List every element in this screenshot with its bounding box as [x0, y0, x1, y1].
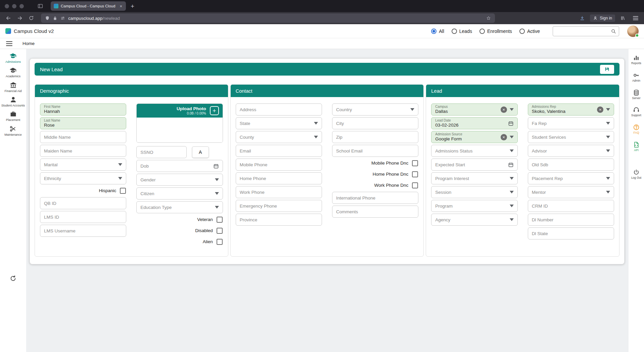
save-button[interactable] — [600, 65, 614, 74]
select-fa-rep[interactable]: Fa Rep — [528, 117, 614, 129]
url-bar[interactable]: campuscloud.app/newlead — [41, 13, 495, 23]
rail-item-faq[interactable]: FAQ — [633, 124, 640, 135]
add-photo-button[interactable]: + — [210, 106, 219, 115]
select-placement-rep[interactable]: Placement Rep — [528, 172, 614, 184]
select-agency[interactable]: Agency — [431, 214, 517, 226]
input-middle-name[interactable] — [44, 135, 122, 140]
input-city[interactable] — [336, 121, 414, 126]
window-close-button[interactable] — [5, 4, 9, 8]
search-input[interactable] — [556, 29, 609, 34]
input-lms-id[interactable] — [44, 215, 122, 220]
forward-button[interactable] — [15, 13, 25, 23]
clear-icon[interactable]: × — [501, 134, 507, 140]
back-button[interactable] — [3, 13, 13, 23]
select-country[interactable]: Country — [332, 103, 418, 116]
date-field-expected-start[interactable]: Expected Start — [431, 159, 517, 171]
input-qb-id[interactable] — [44, 201, 122, 206]
field-first-name[interactable]: First NameHannah — [40, 103, 126, 116]
select-ethnicity[interactable]: Ethnicity — [40, 172, 126, 184]
new-tab-button[interactable]: + — [131, 3, 134, 9]
input-crm-id[interactable] — [532, 204, 610, 209]
reload-button[interactable] — [26, 13, 36, 23]
input-maiden-name[interactable] — [44, 148, 122, 153]
field-last-name[interactable]: Last NameRose — [40, 117, 126, 129]
input-lms-username[interactable] — [44, 228, 122, 233]
checkbox-mobile-phone-dnc[interactable] — [412, 160, 418, 166]
select-advisor[interactable]: Advisor — [528, 145, 614, 157]
select-student-services[interactable]: Student Services — [528, 131, 614, 143]
field-admissions-rep[interactable]: Admissions RepSkoko, Valentina× — [528, 103, 614, 116]
clear-icon[interactable]: × — [501, 106, 507, 113]
search-box[interactable] — [553, 26, 619, 36]
shield-icon[interactable] — [45, 16, 50, 20]
select-county[interactable]: County — [236, 131, 322, 143]
permissions-icon[interactable] — [60, 16, 65, 20]
input-province[interactable] — [240, 217, 318, 222]
clear-icon[interactable]: × — [597, 106, 603, 113]
lock-icon[interactable] — [53, 16, 57, 20]
input-comments[interactable] — [336, 209, 414, 214]
rail-item-reports[interactable]: Reports — [631, 54, 641, 65]
sign-in-button[interactable]: Sign in — [590, 14, 615, 22]
sidebar-item-academics[interactable]: Academics — [6, 67, 20, 78]
select-state[interactable]: State — [236, 117, 322, 129]
filter-radio-active[interactable]: Active — [519, 29, 540, 34]
menu-icon[interactable] — [6, 41, 12, 46]
sidebar-item-placement[interactable]: Placement — [6, 111, 20, 122]
rail-item-server[interactable]: Server — [632, 89, 640, 100]
downloads-icon[interactable] — [577, 13, 587, 23]
input-email[interactable] — [240, 148, 318, 153]
nav-home[interactable]: Home — [22, 41, 35, 46]
rail-item-admin[interactable]: Admin — [632, 72, 640, 83]
filter-radio-enrollments[interactable]: Enrollments — [479, 29, 512, 34]
input-dl-number[interactable] — [532, 217, 610, 222]
search-icon[interactable] — [611, 29, 616, 34]
input-ssno[interactable] — [140, 150, 182, 155]
checkbox-home-phone-dnc[interactable] — [412, 171, 418, 177]
input-home-phone[interactable] — [240, 176, 318, 181]
checkbox-hispanic[interactable] — [120, 188, 126, 194]
rail-item-api[interactable]: API — [633, 141, 640, 152]
sidebar-item-maintenance[interactable]: Maintenance — [4, 125, 22, 136]
checkbox-veteran[interactable] — [217, 217, 223, 223]
input-old-sdb[interactable] — [532, 162, 610, 167]
select-program-interest[interactable]: Program Interest — [431, 172, 517, 184]
library-icon[interactable] — [618, 13, 628, 23]
checkbox-alien[interactable] — [217, 239, 223, 245]
field-campus[interactable]: CampusDallas× — [431, 103, 517, 116]
input-emergency-phone[interactable] — [240, 204, 318, 209]
ssno-a-button[interactable]: A — [192, 146, 209, 158]
user-avatar[interactable] — [627, 26, 639, 37]
browser-menu-icon[interactable] — [631, 13, 641, 23]
input-mobile-phone[interactable] — [240, 162, 318, 167]
select-mentor[interactable]: Mentor — [528, 186, 614, 198]
input-work-phone[interactable] — [240, 190, 318, 195]
field-lead-date[interactable]: Lead Date03-02-2026 — [431, 117, 517, 129]
filter-radio-all[interactable]: All — [431, 29, 444, 34]
input-address[interactable] — [240, 107, 318, 112]
sidebar-item-admissions[interactable]: Admissions — [5, 52, 21, 63]
input-zip[interactable] — [336, 135, 414, 140]
browser-tab[interactable]: Campus Cloud - Campus Cloud × — [51, 1, 126, 11]
sidebar-item-financial-aid[interactable]: Financial Aid — [4, 82, 21, 93]
select-marital[interactable]: Marital — [40, 159, 126, 171]
filter-radio-leads[interactable]: Leads — [452, 29, 472, 34]
date-field-dob[interactable]: Dob — [136, 160, 223, 172]
input-international-phone[interactable] — [336, 195, 414, 201]
checkbox-disabled[interactable] — [217, 228, 223, 234]
window-zoom-button[interactable] — [19, 4, 24, 8]
select-program[interactable]: Program — [431, 200, 517, 212]
tab-close-icon[interactable]: × — [119, 3, 123, 9]
window-minimize-button[interactable] — [12, 4, 16, 8]
select-admissions-status[interactable]: Admissions Status — [431, 145, 517, 157]
tab-manager-icon[interactable] — [37, 3, 43, 9]
calendar-icon[interactable] — [508, 121, 514, 126]
select-gender[interactable]: Gender — [136, 174, 223, 186]
sidebar-item-student-accounts[interactable]: Student Accounts — [1, 96, 25, 107]
checkbox-work-phone-dnc[interactable] — [412, 182, 418, 188]
select-education-type[interactable]: Education Type — [136, 201, 223, 213]
field-admission-source[interactable]: Admission SourceGoogle Form× — [431, 131, 517, 143]
photo-drop-zone[interactable] — [137, 118, 222, 142]
bookmark-star-icon[interactable] — [486, 16, 491, 20]
select-citizen[interactable]: Citizen — [136, 187, 223, 200]
